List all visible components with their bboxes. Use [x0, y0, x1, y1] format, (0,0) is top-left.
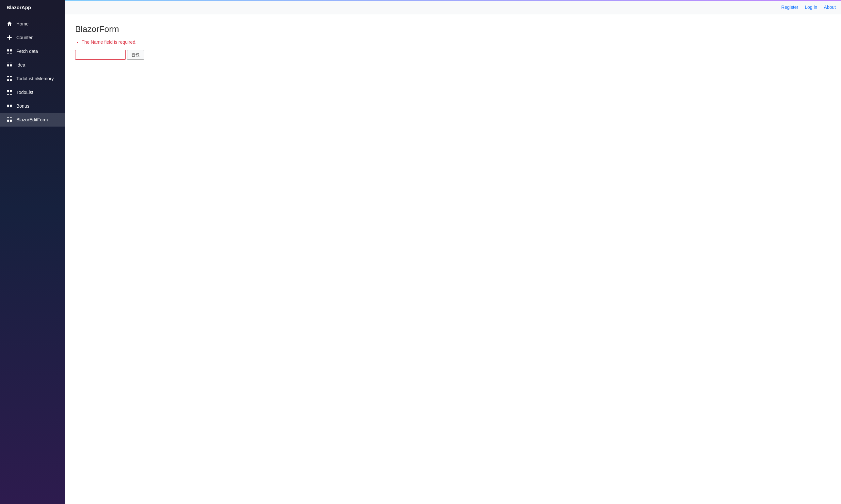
svg-rect-16 [7, 76, 9, 77]
svg-rect-11 [10, 64, 12, 65]
sidebar-item-fetch-data[interactable]: Fetch data [0, 44, 65, 58]
svg-rect-31 [10, 94, 12, 95]
svg-rect-37 [10, 106, 12, 107]
sidebar-item-counter[interactable]: Counter [0, 31, 65, 44]
grid-icon-blazoreditform [6, 117, 13, 123]
svg-rect-14 [7, 67, 9, 67]
svg-rect-38 [7, 108, 9, 108]
grid-icon-todolist [6, 89, 13, 95]
name-form-row: 완료 [75, 50, 831, 60]
sidebar-item-bonus-label: Bonus [16, 103, 29, 109]
grid-icon-idea [6, 62, 13, 68]
svg-rect-6 [7, 53, 9, 54]
content-divider [75, 65, 831, 65]
svg-rect-9 [10, 62, 12, 63]
svg-rect-29 [10, 93, 12, 93]
svg-rect-41 [10, 118, 12, 118]
svg-rect-12 [7, 65, 9, 66]
home-icon [6, 21, 13, 27]
sidebar-item-idea-label: Idea [16, 62, 25, 68]
svg-rect-18 [7, 78, 9, 78]
svg-rect-17 [10, 76, 12, 77]
svg-rect-24 [7, 90, 9, 91]
svg-rect-25 [10, 90, 12, 91]
svg-rect-35 [10, 105, 12, 106]
validation-summary: The Name field is required. [75, 39, 831, 45]
login-link[interactable]: Log in [805, 4, 817, 10]
svg-rect-10 [7, 64, 9, 65]
svg-rect-34 [7, 105, 9, 106]
svg-rect-28 [7, 93, 9, 93]
submit-button[interactable]: 완료 [127, 50, 144, 60]
svg-rect-4 [7, 52, 9, 52]
svg-rect-27 [10, 91, 12, 92]
name-input[interactable] [75, 50, 126, 60]
svg-rect-3 [10, 50, 12, 51]
sidebar-item-home-label: Home [16, 21, 29, 26]
svg-rect-21 [10, 79, 12, 79]
page-title: BlazorForm [75, 24, 831, 34]
sidebar-item-bonus[interactable]: Bonus [0, 99, 65, 113]
svg-rect-39 [10, 108, 12, 108]
svg-rect-15 [10, 67, 12, 67]
svg-rect-30 [7, 94, 9, 95]
grid-icon-fetchdata [6, 48, 13, 54]
sidebar-item-blazoreditform-label: BlazorEditForm [16, 117, 48, 122]
svg-rect-40 [7, 118, 9, 118]
app-brand: BlazorApp [0, 0, 65, 14]
register-link[interactable]: Register [781, 4, 798, 10]
svg-rect-42 [7, 119, 9, 120]
svg-rect-22 [7, 80, 9, 81]
svg-rect-23 [10, 80, 12, 81]
sidebar-item-idea[interactable]: Idea [0, 58, 65, 72]
grid-icon-todolistmem [6, 76, 13, 82]
main-content: BlazorForm The Name field is required. 완… [65, 14, 841, 504]
sidebar-item-todolist[interactable]: TodoList [0, 86, 65, 99]
svg-rect-43 [10, 119, 12, 120]
svg-rect-8 [7, 62, 9, 63]
svg-rect-33 [10, 104, 12, 104]
svg-rect-36 [7, 106, 9, 107]
svg-rect-44 [7, 120, 9, 121]
sidebar-item-home[interactable]: Home [0, 17, 65, 31]
sidebar-item-todolistmem-label: TodoListInMemory [16, 76, 54, 81]
svg-rect-2 [7, 50, 9, 51]
svg-rect-47 [10, 121, 12, 122]
sidebar-item-fetchdata-label: Fetch data [16, 49, 38, 54]
svg-rect-20 [7, 79, 9, 79]
svg-rect-32 [7, 104, 9, 104]
sidebar: Home Counter Fetch data [0, 14, 65, 504]
svg-rect-45 [10, 120, 12, 121]
grid-icon-bonus [6, 103, 13, 109]
svg-rect-1 [10, 49, 12, 50]
sidebar-item-blazoreditform[interactable]: BlazorEditForm [0, 113, 65, 127]
sidebar-item-todolist-memory[interactable]: TodoListInMemory [0, 72, 65, 86]
about-link[interactable]: About [824, 4, 836, 10]
svg-rect-5 [10, 52, 12, 52]
svg-rect-19 [10, 78, 12, 78]
validation-message: The Name field is required. [82, 39, 831, 45]
svg-rect-46 [7, 121, 9, 122]
sidebar-item-todolist-label: TodoList [16, 90, 33, 95]
sidebar-item-counter-label: Counter [16, 35, 33, 40]
plus-icon [6, 35, 13, 40]
svg-rect-7 [10, 53, 12, 54]
svg-rect-13 [10, 65, 12, 66]
svg-rect-26 [7, 91, 9, 92]
svg-rect-0 [7, 49, 9, 50]
